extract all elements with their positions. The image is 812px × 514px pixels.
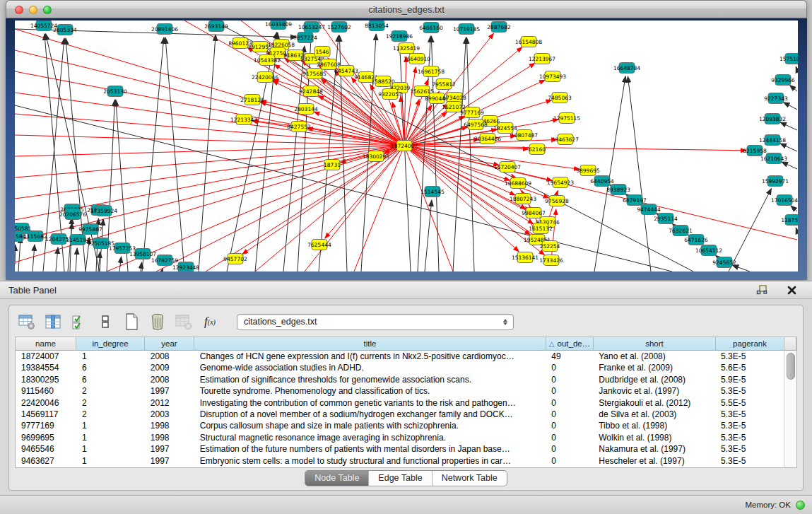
cell-name[interactable]: 22420046 (16, 397, 76, 409)
network-node[interactable]: 7955812 (432, 79, 456, 90)
cell-name[interactable]: 18724007 (16, 351, 76, 362)
citation-edge-black[interactable] (56, 247, 58, 271)
network-node[interactable]: 10543382 (254, 55, 281, 66)
cell-out_de[interactable]: 49 (546, 351, 593, 362)
cell-pagerank[interactable]: 5.5E-5 (715, 397, 784, 409)
network-node[interactable]: 9329966 (771, 75, 795, 86)
network-node[interactable]: 19463627 (552, 134, 579, 145)
network-node[interactable]: 12213967 (529, 54, 555, 64)
citation-edge-black[interactable] (15, 245, 16, 264)
network-node[interactable]: 12213343 (230, 115, 257, 125)
citation-edge-black[interactable] (141, 262, 142, 271)
network-node[interactable]: 6440954 (590, 176, 614, 187)
cell-in_degree[interactable]: 6 (76, 362, 145, 373)
network-node[interactable]: 10653247 (298, 22, 325, 33)
column-header-out_de[interactable]: △out_de… (546, 337, 594, 351)
cell-in_degree[interactable]: 1 (76, 420, 145, 431)
cell-short[interactable]: Franke et al. (2009) (593, 362, 715, 373)
tab-node-table[interactable]: Node Table (305, 471, 369, 486)
citation-edge-black[interactable] (791, 206, 797, 211)
cell-title[interactable]: Genome-wide association studies in ADHD. (194, 362, 546, 373)
citation-edge-red[interactable] (404, 146, 746, 151)
new-table-icon[interactable] (122, 313, 141, 331)
citation-edge-red[interactable] (354, 146, 404, 271)
network-node[interactable]: 22420046 (252, 72, 278, 83)
cell-in_degree[interactable]: 6 (76, 374, 145, 385)
cell-name[interactable]: 9465546 (16, 443, 76, 455)
citation-edge-black[interactable] (283, 46, 305, 271)
citation-edge-black[interactable] (33, 245, 35, 271)
network-node[interactable]: 1115682 (23, 231, 47, 242)
citation-edge-black[interactable] (796, 228, 797, 231)
network-canvas[interactable]: 1872400718300295896012389129551822605891… (15, 21, 798, 271)
citation-edge-black[interactable] (255, 33, 278, 271)
cell-name[interactable]: 9699695 (16, 432, 76, 443)
column-header-name[interactable]: name (16, 337, 76, 351)
citation-edge-black[interactable] (76, 248, 77, 271)
cell-out_de[interactable]: 0 (546, 432, 593, 443)
network-node[interactable]: 10807487 (511, 130, 538, 141)
network-node[interactable]: 16033809 (265, 21, 292, 30)
network-node[interactable]: 15751074 (779, 54, 798, 64)
citation-edge-black[interactable] (142, 37, 164, 271)
citation-edge-black[interactable] (199, 35, 216, 271)
network-node[interactable]: 9457702 (223, 254, 247, 264)
network-node[interactable]: 7857224 (293, 33, 317, 43)
cell-out_de[interactable]: 0 (546, 455, 593, 467)
cell-in_degree[interactable]: 1 (76, 443, 145, 455)
table-row[interactable]: 969969511998Structural magnetic resonanc… (16, 432, 784, 443)
cell-name[interactable]: 19384554 (16, 362, 76, 373)
table-settings-icon[interactable] (18, 313, 36, 331)
network-node[interactable]: 7632621 (669, 226, 693, 236)
network-node[interactable]: 9474444 (637, 204, 661, 215)
table-row[interactable]: 2242004622012Investigating the contribut… (16, 397, 784, 409)
network-node[interactable]: 10719185 (453, 24, 480, 35)
citation-edge-black[interactable] (782, 162, 797, 169)
citation-edge-black[interactable] (119, 257, 122, 271)
network-node[interactable]: 1527602 (327, 22, 351, 33)
zoom-window-button[interactable] (43, 6, 52, 14)
citation-edge-red[interactable] (15, 135, 404, 146)
citation-edge-black[interactable] (227, 33, 277, 271)
table-row[interactable]: 1456911722003Disruption of a novel membe… (16, 409, 784, 420)
cell-short[interactable]: Dudbridge et al. (2008) (593, 374, 715, 385)
network-node[interactable]: 7485063 (548, 93, 572, 103)
citation-edge-black[interactable] (18, 237, 20, 271)
network-node[interactable]: 15720407 (494, 162, 521, 173)
cell-short[interactable]: Wolkin et al. (1998) (593, 432, 715, 443)
network-node[interactable]: 8813054 (365, 21, 389, 31)
cell-title[interactable]: Corpus callosum shape and size in male p… (194, 420, 546, 431)
cell-pagerank[interactable]: 5.3E-5 (715, 351, 784, 362)
cell-pagerank[interactable]: 5.3E-5 (715, 432, 784, 443)
network-node[interactable]: 19654923 (547, 177, 574, 188)
network-node[interactable]: 9227343 (764, 93, 788, 104)
network-node[interactable]: 16961758 (418, 66, 445, 77)
cell-title[interactable]: Tourette syndrome. Phenomenology and cla… (194, 385, 546, 397)
cell-in_degree[interactable]: 1 (76, 432, 145, 443)
network-node[interactable]: 16210643 (760, 153, 787, 164)
cell-name[interactable]: 9777169 (16, 420, 76, 431)
network-node[interactable]: 15136141 (512, 252, 539, 263)
network-node[interactable]: 1514545 (420, 187, 445, 197)
network-node[interactable]: 2935114 (654, 214, 678, 224)
cell-name[interactable]: 14569117 (16, 409, 76, 420)
network-node[interactable]: 16154808 (515, 37, 542, 47)
cell-year[interactable]: 2008 (145, 351, 194, 362)
network-node[interactable]: 12923448 (172, 262, 199, 272)
network-node[interactable]: 10973493 (539, 71, 566, 82)
cell-title[interactable]: Structural magnetic resonance image aver… (194, 432, 546, 443)
cell-pagerank[interactable]: 5.3E-5 (715, 455, 784, 467)
show-column-icon[interactable] (44, 313, 62, 331)
network-node[interactable]: 6466160 (419, 23, 443, 33)
column-header-year[interactable]: year (145, 337, 194, 351)
cell-short[interactable]: Stergiakouli et al. (2012) (593, 397, 715, 409)
network-node[interactable]: 252254 (540, 241, 560, 252)
cell-name[interactable]: 18300295 (16, 374, 76, 385)
window-titlebar[interactable]: citations_edges.txt (6, 0, 807, 18)
close-window-button[interactable] (15, 6, 23, 14)
network-node[interactable]: 9245652 (712, 257, 736, 268)
cell-short[interactable]: Jankovic et al. (1997) (593, 385, 715, 397)
network-node[interactable]: 1615132 (529, 223, 553, 234)
cell-out_de[interactable]: 0 (546, 443, 593, 455)
cell-year[interactable]: 1997 (145, 385, 194, 397)
